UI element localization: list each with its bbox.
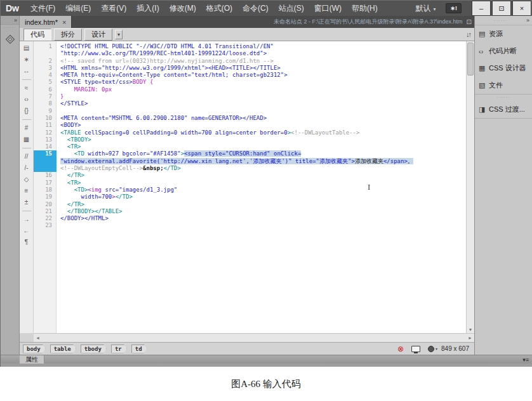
panel-menu-icon[interactable]: ▾≡ (522, 357, 529, 363)
line-number[interactable]: 1 (34, 43, 57, 50)
line-number[interactable]: 12 (34, 129, 57, 136)
code-line-text[interactable]: </STYLE> (57, 100, 88, 107)
indent-code-icon[interactable]: → (20, 216, 33, 223)
code-row[interactable]: 12<TABLE cellSpacing=0 cellPadding=0 wid… (34, 129, 466, 136)
window-size-indicator[interactable]: 849 x 607 (441, 345, 469, 352)
line-number[interactable]: 11 (34, 122, 57, 129)
code-line-text[interactable]: <TABLE cellSpacing=0 cellPadding=0 width… (57, 129, 359, 136)
collapse-panels-icon[interactable]: » (526, 17, 532, 23)
code-line-text[interactable]: <STYLE type=text/css>BODY { (57, 79, 153, 86)
tab-index-htm[interactable]: index.htm* × (20, 16, 72, 28)
menu-item-5[interactable]: 格式(O) (201, 1, 237, 16)
code-line-text[interactable]: <TR> (57, 180, 81, 187)
line-number[interactable]: 10 (34, 115, 57, 122)
code-line-text[interactable]: } (57, 93, 63, 100)
code-line-text[interactable]: MARGIN: 0px (57, 86, 112, 93)
line-number[interactable]: 17 (34, 180, 57, 187)
scroll-down-icon[interactable]: ▼ (467, 327, 474, 332)
line-number[interactable]: 13 (34, 136, 57, 143)
menu-item-4[interactable]: 修改(M) (164, 1, 201, 16)
code-view-button[interactable]: 代码 (23, 29, 51, 41)
code-row[interactable]: 16 </TR> (34, 172, 466, 179)
wrap-tag-icon[interactable]: ◇ (20, 176, 33, 183)
tag-chip-body[interactable]: body (23, 345, 46, 353)
code-row[interactable]: 6 MARGIN: 0px (34, 86, 466, 93)
code-editor[interactable]: ▤∗↔≈‹›{}#▦///-◇≡±→←¶ 1<!DOCTYPE HTML PUB… (20, 41, 474, 333)
menu-item-2[interactable]: 查看(V) (96, 1, 131, 16)
recent-snippets-icon[interactable]: ≡ (20, 188, 33, 194)
apply-comment-icon[interactable]: // (20, 154, 33, 160)
vscroll-thumb[interactable] (467, 43, 474, 76)
code-row[interactable]: 15 <TD width=927 bgcolor="#AF1458"><span… (34, 150, 466, 157)
validation-error-icon[interactable]: ⊗ (397, 345, 404, 353)
line-number[interactable]: 7 (34, 93, 57, 100)
line-number[interactable]: 9 (34, 108, 57, 115)
tag-chip-tbody[interactable]: tbody (81, 345, 107, 353)
panel-item-css-designer[interactable]: ▦CSS 设计器 (475, 60, 532, 77)
code-line-text[interactable]: <META content="MSHTML 6.00.2900.2180" na… (57, 115, 267, 122)
code-row[interactable]: 9 (34, 108, 466, 115)
code-line-text[interactable]: </BODY></HTML> (57, 215, 109, 222)
remove-comment-icon[interactable]: /- (20, 165, 33, 171)
code-line-text[interactable] (57, 222, 60, 229)
code-row[interactable]: "http://www.w3c.org/TR/1999/REC-html401-… (34, 50, 466, 57)
code-line-text[interactable]: <TR> (57, 143, 81, 150)
line-number[interactable]: 2 (34, 58, 57, 65)
panel-dock-icon[interactable] (5, 34, 15, 44)
preview-globe-icon[interactable] (428, 346, 434, 352)
chevron-down-icon[interactable]: ▾ (436, 346, 437, 351)
code-row[interactable]: 13 <TBODY> (34, 136, 466, 143)
code-line-text[interactable]: <!--DWLayoutEmptyCell-->&nbsp;</TD> (57, 165, 181, 172)
code-row[interactable]: 11<BODY> (34, 122, 466, 129)
format-source-code-icon[interactable]: ¶ (20, 239, 33, 246)
menu-item-3[interactable]: 插入(I) (131, 1, 164, 16)
sync-notification-icon[interactable]: ∗! (446, 3, 462, 13)
code-row[interactable]: 4<META http-equiv=Content-Type content="… (34, 72, 466, 79)
code-row[interactable]: 1<!DOCTYPE HTML PUBLIC "-//W3C//DTD HTML… (34, 43, 466, 50)
code-row[interactable]: 14 <TR> (34, 143, 466, 150)
line-number[interactable]: 3 (34, 65, 57, 72)
move-convert-css-icon[interactable]: ± (20, 199, 33, 206)
menu-item-7[interactable]: 站点(S) (274, 1, 309, 16)
code-line-text[interactable]: <META http-equiv=Content-Type content="t… (57, 72, 288, 79)
expand-all-icon[interactable]: ≈ (20, 85, 33, 91)
line-number[interactable]: 19 (34, 194, 57, 201)
workspace-switcher[interactable]: 默认▾ (411, 3, 439, 14)
line-number[interactable]: 15 (34, 150, 57, 157)
code-row[interactable]: 20 </TR> (34, 201, 466, 208)
line-number[interactable]: 22 (34, 215, 57, 222)
code-line-text[interactable]: </TR> (57, 172, 84, 179)
code-line-text[interactable]: <BODY> (57, 122, 81, 129)
highlight-invalid-code-icon[interactable]: ▦ (20, 136, 33, 143)
balance-braces-icon[interactable]: {} (20, 108, 33, 114)
split-view-button[interactable]: 拆分 (54, 29, 82, 41)
dock-grip-handle[interactable]: ······ (1, 25, 19, 29)
collapse-full-tag-icon[interactable]: ∗ (20, 56, 33, 63)
code-row[interactable]: 2<!-- saved from url=(0032)http://www.ny… (34, 58, 466, 65)
code-row[interactable]: 19 width=700></TD> (34, 194, 466, 201)
line-number[interactable] (34, 165, 57, 172)
tag-chip-td[interactable]: td (131, 345, 147, 353)
panel-item-files[interactable]: ▧文件 (475, 77, 532, 94)
line-number[interactable]: 20 (34, 201, 57, 208)
code-row[interactable]: 21 </TBODY></TABLE> (34, 208, 466, 215)
code-line-text[interactable]: <TBODY> (57, 136, 91, 143)
menu-item-0[interactable]: 文件(F) (25, 1, 60, 16)
menu-item-6[interactable]: 命令(C) (237, 1, 274, 16)
dock-expand-button[interactable]: » (1, 16, 19, 25)
restore-button[interactable]: ⊡ (492, 1, 511, 16)
popout-window-icon[interactable]: ⊡ (467, 18, 472, 25)
preview-monitor-icon[interactable] (411, 346, 420, 352)
line-numbers-icon[interactable]: # (20, 125, 33, 131)
tag-chip-table[interactable]: table (50, 345, 76, 353)
close-button[interactable]: × (512, 1, 531, 16)
code-line-text[interactable]: "window.external.addFavorite('http://www… (57, 158, 413, 165)
code-row[interactable]: 8</STYLE> (34, 100, 466, 107)
line-number[interactable]: 23 (34, 222, 57, 229)
code-line-text[interactable]: <TD><img src="images/d1_3.jpg" (57, 187, 177, 194)
code-line-text[interactable]: <HTML xmlns="http://www.w3.org/1999/xhtm… (57, 65, 281, 72)
menu-item-9[interactable]: 帮助(H) (347, 1, 383, 16)
line-number[interactable]: 4 (34, 72, 57, 79)
code-line-text[interactable]: "http://www.w3c.org/TR/1999/REC-html401-… (57, 50, 267, 57)
file-management-icon[interactable]: ↓↑ (466, 30, 470, 38)
